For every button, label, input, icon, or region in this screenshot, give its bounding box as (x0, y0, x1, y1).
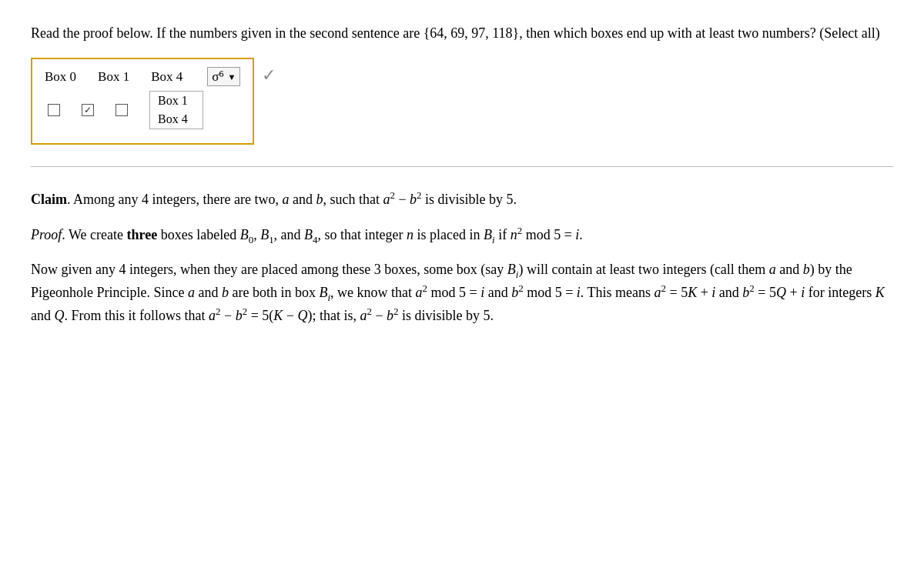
section-divider (31, 166, 893, 167)
claim-paragraph: Claim. Among any 4 integers, there are t… (31, 189, 893, 212)
proof-paragraph: Proof. We create three boxes labeled B0,… (31, 224, 893, 247)
box4-checkbox[interactable] (116, 104, 128, 116)
dropdown-trigger[interactable]: σ⁶ ▼ (207, 67, 240, 86)
intro-content: Read the proof below. If the numbers giv… (31, 25, 880, 41)
chevron-down-icon: ▼ (227, 72, 236, 82)
dropdown-popup: Box 1 Box 4 (149, 91, 203, 129)
answer-area: Box 0 Box 1 Box 4 σ⁶ ▼ ✓ Box 1 Box 4 (31, 58, 254, 145)
proof-section: Claim. Among any 4 integers, there are t… (31, 189, 893, 327)
box0-label: Box 0 (45, 69, 76, 85)
now-paragraph: Now given any 4 integers, when they are … (31, 259, 893, 327)
dropdown-option-box4[interactable]: Box 4 (150, 110, 203, 129)
box1-checkbox[interactable] (82, 104, 94, 116)
proof-label: Proof (31, 227, 62, 242)
dropdown-label: σ⁶ (212, 68, 224, 85)
claim-rest: . Among any 4 integers, there are two, a… (67, 192, 517, 207)
dropdown-option-box1[interactable]: Box 1 (150, 92, 203, 110)
box0-checkbox[interactable] (48, 104, 60, 116)
checkmark-icon: ✓ (262, 65, 276, 85)
intro-text: Read the proof below. If the numbers giv… (31, 23, 893, 44)
box1-label: Box 1 (98, 69, 129, 85)
proof-rest: . We create three boxes labeled B0, B1, … (62, 227, 582, 242)
box4-label: Box 4 (151, 69, 182, 85)
claim-bold: Claim (31, 192, 67, 207)
